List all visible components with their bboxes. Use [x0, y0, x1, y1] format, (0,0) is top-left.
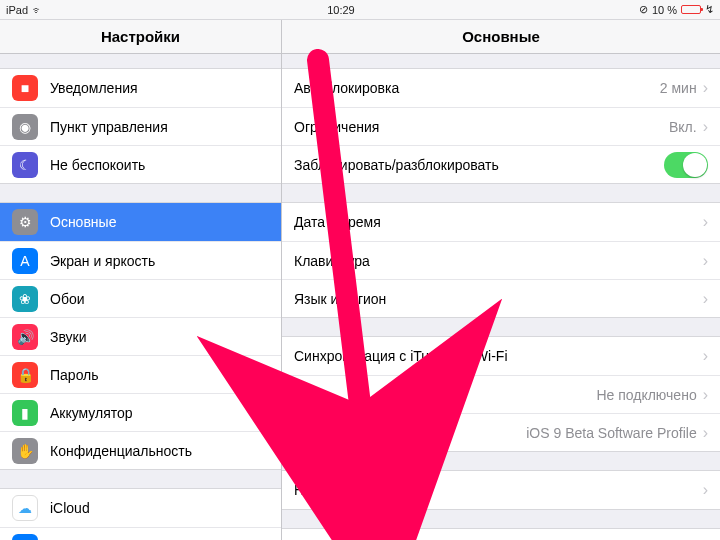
chevron-right-icon: › — [703, 425, 708, 441]
sidebar-item-label: Пункт управления — [50, 119, 269, 135]
appstore-icon: Ⓐ — [12, 534, 38, 541]
sidebar-item-label: Аккумулятор — [50, 405, 269, 421]
sidebar-item-label: Экран и яркость — [50, 253, 269, 269]
notifications-icon: ■ — [12, 75, 38, 101]
sidebar-item-appstore[interactable]: ⒶApp Store, iTunes Store — [0, 527, 281, 540]
sidebar[interactable]: ■Уведомления◉Пункт управления☾Не беспоко… — [0, 54, 282, 540]
sidebar-item-sounds[interactable]: 🔊Звуки — [0, 317, 281, 355]
sidebar-title: Настройки — [0, 20, 282, 53]
sidebar-item-control-center[interactable]: ◉Пункт управления — [0, 107, 281, 145]
sidebar-item-general[interactable]: ⚙Основные — [0, 203, 281, 241]
detail-row-label: Профиль — [294, 425, 526, 441]
detail-row[interactable]: Заблокировать/разблокировать — [282, 145, 720, 183]
sidebar-item-label: Пароль — [50, 367, 269, 383]
chevron-right-icon: › — [703, 80, 708, 96]
privacy-icon: ✋ — [12, 438, 38, 464]
sidebar-item-battery[interactable]: ▮Аккумулятор — [0, 393, 281, 431]
chevron-right-icon: › — [703, 119, 708, 135]
detail-row-label: Автоблокировка — [294, 80, 660, 96]
detail-row-label: Клавиатура — [294, 253, 703, 269]
charging-icon: ↯ — [705, 3, 714, 16]
sidebar-item-label: Уведомления — [50, 80, 269, 96]
chevron-right-icon: › — [703, 482, 708, 498]
sounds-icon: 🔊 — [12, 324, 38, 350]
detail-row-label: VPN — [294, 387, 596, 403]
sidebar-item-label: Звуки — [50, 329, 269, 345]
control-center-icon: ◉ — [12, 114, 38, 140]
wallpaper-icon: ❀ — [12, 286, 38, 312]
sidebar-item-notifications[interactable]: ■Уведомления — [0, 69, 281, 107]
detail-row-label: Ограничения — [294, 119, 669, 135]
sidebar-item-label: Конфиденциальность — [50, 443, 269, 459]
sidebar-item-label: iCloud — [50, 500, 269, 516]
detail-row-value: 2 мин — [660, 80, 697, 96]
header: Настройки Основные — [0, 20, 720, 54]
detail-row[interactable]: Дата и время› — [282, 203, 720, 241]
chevron-right-icon: › — [703, 214, 708, 230]
detail-title: Основные — [282, 20, 720, 53]
detail-row[interactable]: VPNНе подключено› — [282, 375, 720, 413]
detail-row[interactable]: Язык и регион› — [282, 279, 720, 317]
general-icon: ⚙ — [12, 209, 38, 235]
sidebar-item-label: Основные — [50, 214, 269, 230]
detail-row-label: Язык и регион — [294, 291, 703, 307]
detail-row[interactable]: ПрофильiOS 9 Beta Software Profile› — [282, 413, 720, 451]
chevron-right-icon: › — [703, 291, 708, 307]
chevron-right-icon: › — [703, 348, 708, 364]
sidebar-item-label: Не беспокоить — [50, 157, 269, 173]
detail-row-value: iOS 9 Beta Software Profile — [526, 425, 696, 441]
battery-percent: 10 % — [652, 4, 677, 16]
detail-row[interactable]: ОграниченияВкл.› — [282, 107, 720, 145]
battery-icon: ▮ — [12, 400, 38, 426]
status-bar: iPad ᯤ 10:29 ⊘ 10 % ↯ — [0, 0, 720, 20]
detail-row-value: Не подключено — [596, 387, 696, 403]
sidebar-item-do-not-disturb[interactable]: ☾Не беспокоить — [0, 145, 281, 183]
detail-row-label: Заблокировать/разблокировать — [294, 157, 664, 173]
chevron-right-icon: › — [703, 387, 708, 403]
display-icon: A — [12, 248, 38, 274]
sidebar-item-wallpaper[interactable]: ❀Обои — [0, 279, 281, 317]
sidebar-item-icloud[interactable]: ☁iCloud — [0, 489, 281, 527]
detail-row-value: Вкл. — [669, 119, 697, 135]
detail-row-label: Нормативы — [294, 482, 703, 498]
detail-row[interactable]: Нормативы› — [282, 471, 720, 509]
rotation-lock-icon: ⊘ — [639, 3, 648, 16]
icloud-icon: ☁ — [12, 495, 38, 521]
sidebar-item-privacy[interactable]: ✋Конфиденциальность — [0, 431, 281, 469]
detail-row-label: Дата и время — [294, 214, 703, 230]
detail-row[interactable]: Синхронизация с iTunes по Wi-Fi› — [282, 337, 720, 375]
sidebar-item-display[interactable]: AЭкран и яркость — [0, 241, 281, 279]
detail-row[interactable]: Сброс› — [282, 529, 720, 540]
detail-row[interactable]: Автоблокировка2 мин› — [282, 69, 720, 107]
detail-pane[interactable]: Автоблокировка2 мин›ОграниченияВкл.›Забл… — [282, 54, 720, 540]
chevron-right-icon: › — [703, 253, 708, 269]
clock: 10:29 — [43, 4, 639, 16]
battery-icon — [681, 5, 701, 14]
device-name: iPad — [6, 4, 28, 16]
toggle-switch[interactable] — [664, 152, 708, 178]
detail-row-label: Синхронизация с iTunes по Wi-Fi — [294, 348, 703, 364]
passcode-icon: 🔒 — [12, 362, 38, 388]
wifi-icon: ᯤ — [32, 4, 43, 16]
sidebar-item-label: Обои — [50, 291, 269, 307]
do-not-disturb-icon: ☾ — [12, 152, 38, 178]
detail-row[interactable]: Клавиатура› — [282, 241, 720, 279]
sidebar-item-passcode[interactable]: 🔒Пароль — [0, 355, 281, 393]
